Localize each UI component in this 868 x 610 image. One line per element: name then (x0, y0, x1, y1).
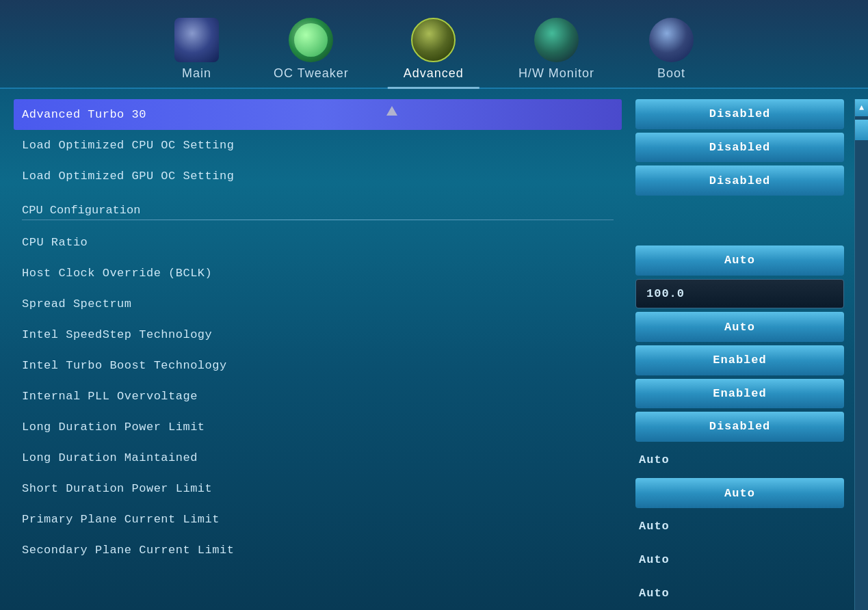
value-load-gpu-oc[interactable]: Disabled (635, 165, 844, 196)
setting-row-secondary-plane-current[interactable]: Secondary Plane Current Limit (14, 535, 622, 566)
scrollbar-track (855, 116, 868, 610)
setting-row-long-duration-maintained[interactable]: Long Duration Maintained (14, 442, 622, 473)
setting-label-secondary-plane-current: Secondary Plane Current Limit (22, 544, 234, 557)
value-cpu-ratio[interactable]: Auto (635, 246, 844, 276)
nav-label-hw-monitor: H/W Monitor (518, 66, 594, 81)
setting-row-cpu-ratio[interactable]: CPU Ratio (14, 227, 622, 258)
nav-item-hw-monitor[interactable]: H/W Monitor (491, 14, 622, 84)
setting-label-intel-speedstep: Intel SpeedStep Technology (22, 328, 212, 341)
setting-row-load-cpu-oc[interactable]: Load Optimized CPU OC Setting (14, 130, 622, 161)
setting-label-advanced-turbo-30: Advanced Turbo 30 (22, 108, 146, 121)
setting-label-host-clock: Host Clock Override (BCLK) (22, 267, 212, 280)
setting-label-cpu-ratio: CPU Ratio (22, 236, 88, 249)
advanced-icon (411, 18, 456, 62)
setting-label-intel-turbo-boost: Intel Turbo Boost Technology (22, 359, 227, 372)
nav-item-boot[interactable]: Boot (622, 14, 721, 84)
setting-label-load-gpu-oc: Load Optimized GPU OC Setting (22, 170, 234, 183)
setting-row-spread-spectrum[interactable]: Spread Spectrum (14, 289, 622, 319)
nav-label-oc-tweaker: OC Tweaker (274, 66, 349, 81)
nav-label-advanced: Advanced (404, 66, 464, 81)
setting-label-primary-plane-current: Primary Plane Current Limit (22, 513, 220, 526)
value-intel-turbo-boost[interactable]: Enabled (635, 379, 844, 409)
value-load-cpu-oc[interactable]: Disabled (635, 133, 844, 163)
nav-label-boot: Boot (657, 66, 685, 81)
value-short-duration-power[interactable]: Auto (635, 512, 844, 542)
setting-row-intel-speedstep[interactable]: Intel SpeedStep Technology (14, 319, 622, 350)
main-icon (174, 18, 219, 62)
setting-row-primary-plane-current[interactable]: Primary Plane Current Limit (14, 504, 622, 535)
setting-row-short-duration-power[interactable]: Short Duration Power Limit (14, 473, 622, 504)
scrollbar: ▲ (854, 99, 868, 610)
section-divider-cpu-config (22, 220, 614, 220)
setting-row-intel-turbo-boost[interactable]: Intel Turbo Boost Technology (14, 350, 622, 381)
oc-tweaker-icon (289, 18, 333, 62)
settings-list: Advanced Turbo 30 Load Optimized CPU OC … (0, 99, 635, 610)
value-long-duration-maintained[interactable]: Auto (635, 478, 844, 508)
value-intel-speedstep[interactable]: Enabled (635, 345, 844, 375)
mouse-cursor (386, 106, 397, 116)
nav-item-oc-tweaker[interactable]: OC Tweaker (246, 14, 376, 84)
value-long-duration-power[interactable]: Auto (635, 445, 844, 475)
setting-row-internal-pll[interactable]: Internal PLL Overvoltage (14, 381, 622, 412)
setting-label-short-duration-power: Short Duration Power Limit (22, 482, 212, 495)
value-host-clock[interactable]: 100.0 (635, 279, 844, 309)
top-navigation: Main OC Tweaker Advanced H/W Monitor Boo… (0, 0, 868, 89)
nav-item-advanced[interactable]: Advanced (376, 14, 491, 84)
setting-row-advanced-turbo-30[interactable]: Advanced Turbo 30 (14, 99, 622, 130)
setting-label-spread-spectrum: Spread Spectrum (22, 297, 132, 310)
boot-icon (649, 18, 694, 62)
nav-label-main: Main (182, 66, 211, 81)
hw-monitor-icon (534, 18, 579, 62)
values-panel: Disabled Disabled Disabled Auto 100.0 Au… (635, 99, 854, 610)
setting-label-long-duration-power: Long Duration Power Limit (22, 421, 205, 434)
value-advanced-turbo-30[interactable]: Disabled (635, 99, 844, 129)
setting-row-load-gpu-oc[interactable]: Load Optimized GPU OC Setting (14, 161, 622, 191)
scrollbar-thumb[interactable] (855, 120, 868, 140)
setting-row-long-duration-power[interactable]: Long Duration Power Limit (14, 412, 622, 442)
section-header-cpu-config: CPU Configuration (14, 191, 622, 220)
section-label-cpu-config: CPU Configuration (22, 204, 140, 217)
scrollbar-up-button[interactable]: ▲ (855, 99, 869, 116)
value-spread-spectrum[interactable]: Auto (635, 312, 844, 342)
setting-label-load-cpu-oc: Load Optimized CPU OC Setting (22, 139, 234, 152)
value-primary-plane-current[interactable]: Auto (635, 545, 844, 575)
value-internal-pll[interactable]: Disabled (635, 412, 844, 442)
setting-row-host-clock[interactable]: Host Clock Override (BCLK) (14, 258, 622, 289)
setting-label-internal-pll: Internal PLL Overvoltage (22, 390, 198, 403)
value-secondary-plane-current[interactable]: Auto (635, 578, 844, 608)
content-area: Advanced Turbo 30 Load Optimized CPU OC … (0, 89, 868, 610)
nav-item-main[interactable]: Main (147, 14, 246, 84)
setting-label-long-duration-maintained: Long Duration Maintained (22, 451, 198, 464)
